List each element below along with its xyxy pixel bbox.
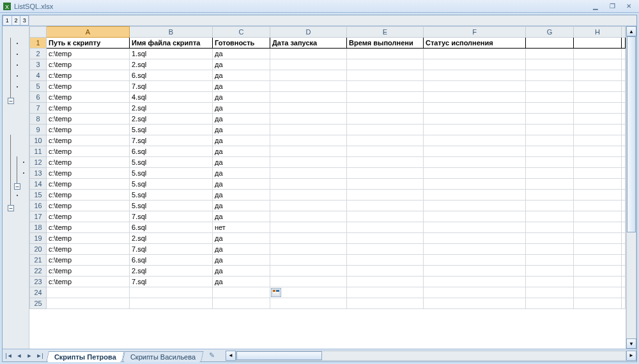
cell-B24[interactable] [130,287,213,298]
cell-C12[interactable]: да [213,157,270,168]
cell-E18[interactable] [347,222,424,233]
cell-E11[interactable] [347,146,424,157]
cell-B17[interactable]: 7.sql [130,211,213,222]
cell-H8[interactable] [574,114,622,125]
cell-A13[interactable]: c:\temp [47,168,130,179]
cell-G5[interactable] [526,81,574,92]
cell-H14[interactable] [574,179,622,190]
row-header[interactable]: 4 [30,70,47,81]
tab-first-button[interactable]: |◄ [4,350,14,361]
cell-E1[interactable]: Время выполнени [347,38,424,49]
cell-H23[interactable] [574,277,622,287]
cell-D17[interactable] [270,211,347,222]
cell-H4[interactable] [574,70,622,81]
cell-H7[interactable] [574,103,622,114]
cell-F23[interactable] [424,277,526,287]
cell-C7[interactable]: да [213,103,270,114]
row-header[interactable]: 25 [30,298,47,309]
cell-A9[interactable]: c:\temp [47,125,130,135]
new-sheet-icon[interactable]: ✎ [204,349,219,361]
row-header[interactable]: 17 [30,211,47,222]
cell-B4[interactable]: 6.sql [130,70,213,81]
cell-H1[interactable] [574,38,622,49]
cell-H18[interactable] [574,222,622,233]
cell-C18[interactable]: нет [213,222,270,233]
minimize-button[interactable]: ▁ [588,2,603,11]
row-header[interactable]: 14 [30,179,47,190]
cell-D9[interactable] [270,125,347,135]
cell-A2[interactable]: c:\temp [47,49,130,59]
row-header[interactable]: 12 [30,157,47,168]
cell-G6[interactable] [526,92,574,103]
cell-B8[interactable]: 2.sql [130,114,213,125]
cell-E21[interactable] [347,255,424,266]
cell-G18[interactable] [526,222,574,233]
cell-B7[interactable]: 2.sql [130,103,213,114]
cell-F25[interactable] [424,298,526,309]
cell-D24[interactable] [270,287,347,298]
cell-F18[interactable] [424,222,526,233]
cell-F11[interactable] [424,146,526,157]
cell-D4[interactable] [270,70,347,81]
cell-D1[interactable]: Дата запуска [270,38,347,49]
cell-B12[interactable]: 5.sql [130,157,213,168]
cell-H24[interactable] [574,287,622,298]
row-header[interactable]: 16 [30,201,47,211]
cell-A18[interactable]: c:\temp [47,222,130,233]
cell-A1[interactable]: Путь к скрипту [47,38,130,49]
cell-B3[interactable]: 2.sql [130,59,213,70]
cell-E20[interactable] [347,244,424,255]
cell-F24[interactable] [424,287,526,298]
cell-H10[interactable] [574,135,622,146]
cell-E14[interactable] [347,179,424,190]
restore-button[interactable]: ❐ [604,2,620,11]
cell-G22[interactable] [526,266,574,277]
column-header-A[interactable]: A [47,27,130,38]
cell-G17[interactable] [526,211,574,222]
cell-B25[interactable] [130,298,213,309]
cell-G1[interactable] [526,38,574,49]
cell-A24[interactable] [47,287,130,298]
cell-F17[interactable] [424,211,526,222]
column-header-E[interactable]: E [347,27,424,38]
cell-D14[interactable] [270,179,347,190]
cell-G11[interactable] [526,146,574,157]
outline-collapse-button[interactable]: – [14,183,20,190]
cell-B13[interactable]: 5.sql [130,168,213,179]
vertical-scrollbar[interactable]: ▲ ▼ [626,26,636,349]
cell-A11[interactable]: c:\temp [47,146,130,157]
cell-G19[interactable] [526,233,574,244]
cell-C6[interactable]: да [213,92,270,103]
cell-E17[interactable] [347,211,424,222]
row-header[interactable]: 8 [30,114,47,125]
cell-H16[interactable] [574,201,622,211]
cell-E3[interactable] [347,59,424,70]
column-header-F[interactable]: F [424,27,526,38]
cell-G4[interactable] [526,70,574,81]
cell-A6[interactable]: c:\temp [47,92,130,103]
tab-prev-button[interactable]: ◄ [14,350,24,361]
cell-F4[interactable] [424,70,526,81]
row-header[interactable]: 21 [30,255,47,266]
cell-E22[interactable] [347,266,424,277]
outline-level-2[interactable]: 2 [12,15,20,26]
sheet-tab[interactable]: Скрипты Васильева [122,351,204,362]
smart-tag-icon[interactable] [271,288,281,297]
cell-D18[interactable] [270,222,347,233]
row-header[interactable]: 11 [30,146,47,157]
cell-A12[interactable]: c:\temp [47,157,130,168]
cell-C8[interactable]: да [213,114,270,125]
cell-F9[interactable] [424,125,526,135]
cell-F13[interactable] [424,168,526,179]
cell-H11[interactable] [574,146,622,157]
cell-C14[interactable]: да [213,179,270,190]
outline-level-1[interactable]: 1 [3,15,12,26]
cell-D11[interactable] [270,146,347,157]
select-all-corner[interactable] [30,27,47,38]
cell-A22[interactable]: c:\temp [47,266,130,277]
cell-E6[interactable] [347,92,424,103]
cell-C24[interactable] [213,287,270,298]
cell-A7[interactable]: c:\temp [47,103,130,114]
tab-last-button[interactable]: ►| [35,350,45,361]
cell-C17[interactable]: да [213,211,270,222]
